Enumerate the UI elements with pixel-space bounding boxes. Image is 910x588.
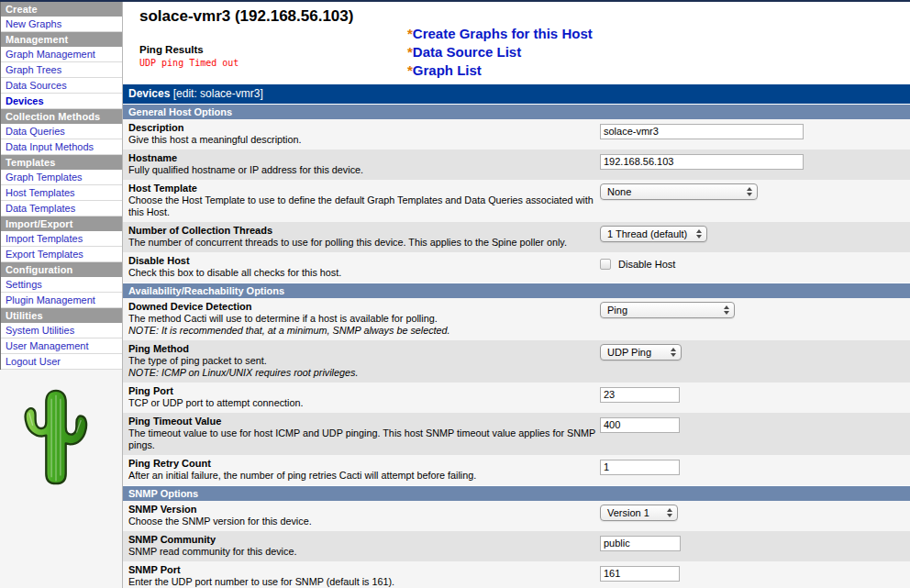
- page-title: solace-vmr3 (192.168.56.103): [139, 7, 353, 26]
- field-description: Check this box to disable all checks for…: [128, 267, 596, 279]
- sidebar-item-export-templates[interactable]: Export Templates: [1, 247, 122, 262]
- snmp-version-select[interactable]: Version 1: [600, 505, 678, 521]
- sidebar-item-data-input-methods[interactable]: Data Input Methods: [1, 139, 122, 155]
- disable-host-checkbox[interactable]: [600, 259, 611, 270]
- devices-title: Devices: [128, 87, 170, 100]
- sidebar-item-data-queries[interactable]: Data Queries: [1, 124, 122, 139]
- field-control-cell: [596, 383, 910, 413]
- host-action-links: *Create Graphs for this Host*Data Source…: [407, 25, 593, 80]
- link-graph-list[interactable]: *Graph List: [407, 61, 593, 80]
- host-header: solace-vmr3 (192.168.56.103) Ping Result…: [123, 2, 910, 84]
- sidebar-item-import-templates[interactable]: Import Templates: [1, 231, 122, 247]
- field-description: After an initial failure, the number of …: [128, 470, 596, 482]
- sidebar-item-data-templates[interactable]: Data Templates: [1, 201, 122, 216]
- cactus-logo-wrap: [0, 370, 122, 493]
- field-label: Hostname: [128, 152, 596, 164]
- select-value: None: [607, 186, 631, 197]
- field-label: SNMP Port: [128, 564, 596, 576]
- description-input[interactable]: [600, 124, 804, 139]
- form-row-snmp-community: SNMP CommunitySNMP read community for th…: [123, 531, 910, 561]
- sidebar-item-devices[interactable]: Devices: [1, 94, 122, 109]
- field-note: NOTE: It is recommended that, at a minim…: [128, 325, 596, 337]
- link-label: Graph List: [413, 62, 482, 78]
- field-label: Ping Retry Count: [128, 458, 596, 470]
- field-description: Enter the UDP port number to use for SNM…: [128, 576, 596, 588]
- field-text: Disable HostCheck this box to disable al…: [123, 252, 596, 283]
- field-text: SNMP PortEnter the UDP port number to us…: [123, 561, 596, 588]
- field-description: Choose the SNMP version for this device.: [128, 516, 596, 527]
- field-note: NOTE: ICMP on Linux/UNIX requires root p…: [128, 367, 596, 379]
- link-label: Create Graphs for this Host: [413, 26, 593, 41]
- field-control-cell: [596, 150, 910, 180]
- select-value: 1 Thread (default): [607, 228, 687, 239]
- form-row-snmp-version: SNMP VersionChoose the SNMP version for …: [123, 501, 910, 531]
- form-row-ping-retry-count: Ping Retry CountAfter an initial failure…: [123, 455, 910, 485]
- field-control-cell: 1 Thread (default): [596, 222, 910, 252]
- field-control-cell: None: [596, 180, 910, 222]
- field-description: Fully qualified hostname or IP address f…: [128, 164, 596, 176]
- ping-results-value: UDP ping Timed out: [139, 58, 239, 68]
- sidebar-item-data-sources[interactable]: Data Sources: [1, 78, 122, 94]
- field-description: Choose the Host Template to use to defin…: [128, 194, 596, 218]
- triangle-up-icon: [724, 305, 729, 309]
- field-text: HostnameFully qualified hostname or IP a…: [123, 150, 596, 180]
- downed-device-detection-select[interactable]: Ping: [600, 302, 735, 318]
- form-row-ping-timeout-value: Ping Timeout ValueThe timeout value to u…: [123, 413, 910, 455]
- field-text: Ping PortTCP or UDP port to attempt conn…: [123, 383, 596, 413]
- field-label: Disable Host: [128, 255, 596, 267]
- cactus-logo-icon: [20, 386, 92, 489]
- triangle-up-icon: [747, 187, 752, 191]
- devices-title-bar: Devices [edit: solace-vmr3]: [123, 84, 910, 104]
- ping-retry-count-input[interactable]: [600, 460, 680, 475]
- select-stepper-arrows-icon: [667, 508, 672, 517]
- ping-method-select[interactable]: UDP Ping: [600, 344, 682, 361]
- link-create-graphs-for-this-host[interactable]: *Create Graphs for this Host: [407, 25, 593, 43]
- host-form: General Host OptionsDescriptionGive this…: [123, 104, 910, 588]
- main-content: solace-vmr3 (192.168.56.103) Ping Result…: [123, 2, 910, 588]
- form-row-snmp-port: SNMP PortEnter the UDP port number to us…: [123, 561, 910, 588]
- sidebar-item-logout-user[interactable]: Logout User: [1, 354, 122, 370]
- ping-timeout-input[interactable]: [600, 417, 680, 433]
- sidebar: CreateNew GraphsManagementGraph Manageme…: [0, 2, 123, 588]
- collection-threads-select[interactable]: 1 Thread (default): [600, 226, 707, 242]
- sidebar-item-graph-management[interactable]: Graph Management: [1, 47, 122, 62]
- section-header-general-host-options: General Host Options: [123, 104, 910, 119]
- ping-port-input[interactable]: [600, 387, 680, 403]
- field-label: Ping Port: [128, 385, 596, 397]
- snmp-port-input[interactable]: [600, 566, 680, 582]
- select-value: Version 1: [607, 507, 649, 518]
- select-stepper-arrows-icon: [724, 305, 729, 315]
- sidebar-item-system-utilities[interactable]: System Utilities: [1, 323, 122, 338]
- field-description: The method Cacti will use to determine i…: [128, 313, 596, 325]
- sidebar-item-new-graphs[interactable]: New Graphs: [1, 17, 122, 32]
- sidebar-item-user-management[interactable]: User Management: [1, 338, 122, 354]
- triangle-down-icon: [671, 353, 676, 357]
- sidebar-item-graph-templates[interactable]: Graph Templates: [1, 170, 122, 185]
- field-label: SNMP Community: [128, 534, 596, 546]
- form-row-ping-port: Ping PortTCP or UDP port to attempt conn…: [123, 383, 910, 413]
- section-header-snmp-options: SNMP Options: [123, 485, 910, 501]
- select-stepper-arrows-icon: [696, 229, 702, 239]
- sidebar-item-graph-trees[interactable]: Graph Trees: [1, 62, 122, 78]
- section-header-availability-reachability-options: Availability/Reachability Options: [123, 283, 910, 298]
- field-text: Ping Timeout ValueThe timeout value to u…: [123, 413, 596, 455]
- hostname-input[interactable]: [600, 154, 804, 170]
- ping-results-label: Ping Results: [139, 44, 204, 55]
- triangle-down-icon: [667, 514, 672, 517]
- select-stepper-arrows-icon: [671, 348, 676, 357]
- sidebar-section-create: Create: [1, 2, 122, 17]
- sidebar-item-settings[interactable]: Settings: [1, 277, 122, 293]
- sidebar-section-import-export: Import/Export: [1, 216, 122, 231]
- sidebar-item-plugin-management[interactable]: Plugin Management: [1, 293, 122, 308]
- snmp-community-input[interactable]: [600, 536, 681, 551]
- field-text: DescriptionGive this host a meaningful d…: [123, 119, 596, 150]
- triangle-down-icon: [747, 193, 752, 196]
- field-label: Number of Collection Threads: [128, 225, 596, 237]
- form-row-disable-host: Disable HostCheck this box to disable al…: [123, 252, 910, 283]
- triangle-up-icon: [671, 348, 676, 351]
- field-control-cell: [596, 119, 910, 150]
- link-data-source-list[interactable]: *Data Source List: [407, 43, 593, 61]
- select-value: Ping: [607, 305, 627, 316]
- sidebar-item-host-templates[interactable]: Host Templates: [1, 185, 122, 201]
- host-template-select[interactable]: None: [600, 183, 758, 200]
